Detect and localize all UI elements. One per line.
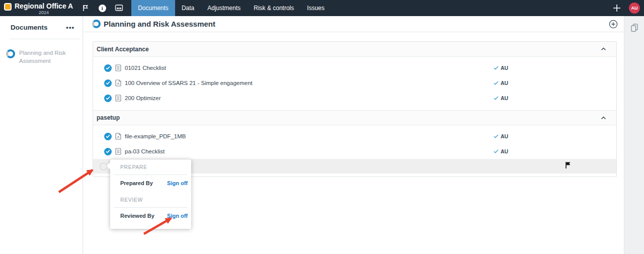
reviewed-by-label: Reviewed By: [120, 213, 154, 219]
top-nav-tabs: Documents Data Adjustments Risk & contro…: [131, 0, 331, 16]
document-row[interactable]: 01021 Checklist AU: [93, 60, 616, 75]
popup-divider: [114, 175, 187, 175]
check-icon: [106, 96, 110, 100]
check-icon: [494, 149, 499, 153]
check-icon: [494, 96, 499, 100]
documents-card: Client Acceptance 01021 Checklist: [93, 41, 617, 177]
signoff-status-complete-icon[interactable]: [104, 79, 112, 87]
document-name[interactable]: 200 Optimizer: [125, 95, 161, 101]
check-icon: [106, 81, 110, 85]
global-add-button[interactable]: [611, 3, 622, 14]
chevron-up-icon: [601, 47, 606, 51]
add-circle-icon: [609, 20, 618, 29]
prepare-sign-off-link[interactable]: Sign off: [167, 180, 188, 186]
user-avatar[interactable]: AU: [629, 3, 640, 14]
top-navigation-bar: Regional Office A 2024 i: [0, 0, 644, 16]
signoff-status-complete-icon[interactable]: [104, 148, 112, 155]
tab-issues[interactable]: Issues: [300, 0, 331, 16]
info-icon: i: [99, 5, 106, 12]
engagement-year: 2024: [39, 10, 49, 15]
page-header: Planning and Risk Assessment: [84, 16, 624, 32]
document-group-donut-icon: [6, 49, 15, 58]
checklist-icon: [115, 64, 121, 71]
signoff-badge: AU: [494, 65, 508, 71]
copy-icon: [630, 23, 638, 32]
collapse-section-button[interactable]: [601, 116, 606, 120]
section-title: pasetup: [97, 114, 120, 121]
page-donut-icon: [92, 20, 101, 28]
section-header-client-acceptance: Client Acceptance: [93, 42, 616, 57]
prepare-section-label: PREPARE: [120, 164, 147, 170]
flag-button[interactable]: [80, 3, 91, 14]
section-header-pasetup: pasetup: [93, 110, 616, 125]
sidebar-item-planning-and-risk-assessment[interactable]: Planning and Risk Assessment: [0, 39, 83, 65]
signoff-badge: AU: [494, 133, 508, 139]
check-icon: [494, 66, 499, 70]
tab-documents[interactable]: Documents: [131, 0, 175, 16]
pdf-icon: [115, 133, 121, 140]
xbrl-button[interactable]: [113, 3, 124, 14]
signoff-status-complete-icon[interactable]: [104, 95, 112, 102]
document-name[interactable]: 100 Overview of SSARS 21 - Simple engage…: [125, 80, 253, 86]
document-row[interactable]: pa-03 Checklist AU: [93, 144, 616, 159]
signoff-badge: AU: [494, 148, 508, 154]
more-options-icon[interactable]: •••: [66, 25, 74, 30]
sidebar-item-label: Planning and Risk Assessment: [19, 49, 75, 65]
copy-documents-button[interactable]: [629, 22, 640, 33]
check-icon: [106, 66, 110, 70]
signoff-badge: AU: [494, 80, 508, 86]
signoff-initials: AU: [501, 65, 508, 71]
document-name[interactable]: 01021 Checklist: [125, 65, 166, 71]
info-button[interactable]: i: [97, 3, 108, 14]
document-name[interactable]: file-example_PDF_1MB: [125, 133, 186, 139]
section-title: Client Acceptance: [97, 46, 149, 53]
tab-adjustments[interactable]: Adjustments: [201, 0, 247, 16]
add-document-button[interactable]: [608, 19, 619, 30]
sidebar-title: Documents: [11, 24, 48, 31]
signoff-initials: AU: [501, 80, 508, 86]
prepared-by-label: Prepared By: [120, 180, 153, 186]
document-row[interactable]: 100 Overview of SSARS 21 - Simple engage…: [93, 75, 616, 91]
flag-icon: [564, 161, 572, 170]
signoff-initials: AU: [501, 95, 508, 101]
pdf-icon: [115, 79, 121, 87]
check-icon: [494, 81, 499, 85]
engagement-name: Regional Office A: [15, 2, 73, 10]
xbrl-icon: [114, 4, 124, 12]
engagement-logo-icon: [4, 3, 12, 11]
review-sign-off-link[interactable]: Sign off: [167, 213, 188, 219]
signoff-initials: AU: [501, 148, 508, 154]
app-window: Regional Office A 2024 i: [0, 0, 644, 254]
check-icon: [106, 134, 110, 138]
engagement-brand[interactable]: Regional Office A 2024: [0, 0, 73, 16]
document-row[interactable]: 200 Optimizer AU: [93, 91, 616, 106]
right-tool-strip: [624, 16, 644, 254]
review-section-label: REVIEW: [120, 197, 143, 203]
signoff-badge: AU: [494, 95, 508, 101]
tab-data[interactable]: Data: [175, 0, 201, 16]
plus-icon: [612, 4, 621, 13]
chevron-up-icon: [601, 116, 606, 120]
check-icon: [494, 134, 499, 138]
page-title: Planning and Risk Assessment: [104, 20, 215, 28]
popup-divider: [114, 207, 187, 208]
tab-risk-controls[interactable]: Risk & controls: [247, 0, 300, 16]
document-row[interactable]: file-example_PDF_1MB AU: [93, 129, 616, 144]
document-name[interactable]: pa-03 Checklist: [125, 148, 165, 154]
flag-button[interactable]: [564, 161, 572, 172]
documents-sidebar: Documents ••• Planning and Risk Assessme…: [0, 16, 83, 254]
signoff-status-complete-icon[interactable]: [104, 133, 112, 140]
checklist-icon: [115, 148, 121, 155]
signoff-popup: PREPARE Prepared By Sign off REVIEW Revi…: [110, 159, 191, 229]
checklist-icon: [115, 95, 121, 102]
check-icon: [106, 149, 110, 153]
flag-icon: [82, 4, 90, 12]
signoff-status-complete-icon[interactable]: [104, 64, 112, 72]
collapse-section-button[interactable]: [601, 47, 606, 51]
signoff-initials: AU: [501, 133, 508, 139]
